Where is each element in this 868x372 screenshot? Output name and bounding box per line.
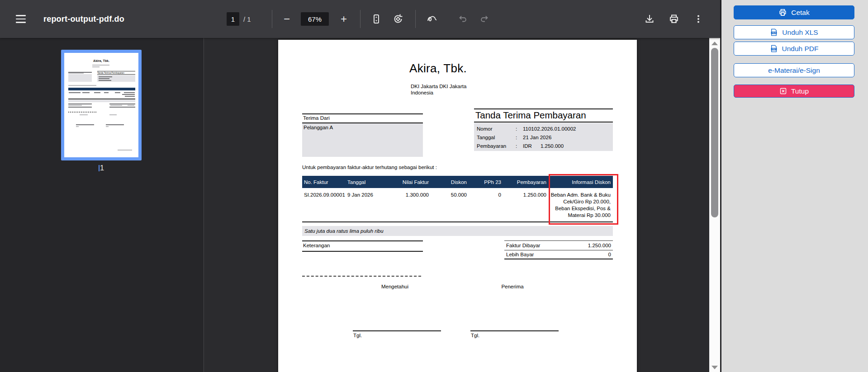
lebih-bayar-label: Lebih Bayar <box>506 252 534 257</box>
fit-to-page-icon[interactable] <box>366 0 386 38</box>
receipt-amount: IDR 1.250.000 <box>523 142 564 151</box>
close-box-icon <box>779 87 787 95</box>
zoom-level-value: 67% <box>308 15 322 23</box>
company-name: Akira, Tbk. <box>409 61 467 75</box>
scroll-down-arrow[interactable] <box>711 366 718 369</box>
e-materai-label: e-Materai/e-Sign <box>768 66 820 75</box>
toolbar-divider <box>415 10 416 28</box>
receipt-meta: Nomor:110102.2026.01.00002 Tanggal:21 Ja… <box>474 123 613 151</box>
intro-text: Untuk pembayaran faktur-aktur terhutang … <box>302 165 437 170</box>
printer-icon <box>778 8 787 17</box>
document-title: report-output-pdf.do <box>43 0 124 38</box>
page-number-input[interactable]: 1 <box>227 12 239 26</box>
receipt-title: Tanda Terima Pembayaran <box>475 110 586 121</box>
toolbar-divider <box>360 10 360 28</box>
thumbnail-panel: Akira, Tbk. Tanda Terima Pembayaran <box>0 38 204 372</box>
date-label-left: Tgl. <box>353 333 362 338</box>
menu-icon[interactable] <box>12 0 30 38</box>
faktur-dibayar-value: 1.250.000 <box>588 243 611 248</box>
unduh-pdf-label: Unduh PDF <box>782 45 819 53</box>
address-line-1: DKI Jakarta DKI Jakarta <box>411 83 466 89</box>
cetak-label: Cetak <box>791 9 810 17</box>
tutup-button[interactable]: Tutup <box>734 85 854 98</box>
pph23-value: 0 <box>467 192 501 219</box>
e-materai-e-sign-button[interactable]: e-Materai/e-Sign <box>734 63 854 77</box>
faktur-dibayar-label: Faktur Dibayar <box>506 243 540 248</box>
tutup-label: Tutup <box>791 87 809 95</box>
redo-icon <box>474 0 494 38</box>
page-total-label: / 1 <box>243 0 251 38</box>
discount-info: Beban Adm. Bank & Buku Cek/Giro Rp 20.00… <box>546 192 613 219</box>
pdf-toolbar: report-output-pdf.do 1 / 1 − 67% + <box>0 0 720 38</box>
invoice-date: 9 Jan 2026 <box>347 192 392 219</box>
file-pdf-icon: PDF <box>770 44 778 53</box>
pdf-page: Akira, Tbk. DKI Jakarta DKI Jakarta Indo… <box>278 40 637 372</box>
thumbnail-page-number-text: 1 <box>100 164 104 172</box>
action-panel: Cetak XLS Unduh XLS PDF Unduh PDF e-Mate… <box>721 0 868 372</box>
toolbar-divider <box>272 10 272 28</box>
page-number-value: 1 <box>231 15 235 23</box>
lebih-bayar-value: 0 <box>608 252 611 257</box>
zoom-level-display[interactable]: 67% <box>301 12 329 26</box>
unduh-pdf-button[interactable]: PDF Unduh PDF <box>734 42 854 56</box>
file-xls-icon: XLS <box>770 28 778 37</box>
company-address: DKI Jakarta DKI Jakarta Indonesia <box>411 83 466 96</box>
sign-right-label: Penerima <box>481 284 544 289</box>
address-line-2: Indonesia <box>411 89 466 96</box>
annotate-icon[interactable] <box>422 0 442 38</box>
rotate-icon[interactable] <box>388 0 408 38</box>
svg-text:PDF: PDF <box>772 48 776 50</box>
undo-icon <box>453 0 473 38</box>
thumbnail-page-number[interactable]: 1 <box>61 164 142 173</box>
keterangan-label: Keterangan <box>303 243 330 248</box>
unduh-xls-button[interactable]: XLS Unduh XLS <box>734 25 854 39</box>
sign-left-label: Mengetahui <box>363 284 427 289</box>
scroll-up-arrow[interactable] <box>711 42 718 45</box>
pdf-viewer-area[interactable]: Akira, Tbk. DKI Jakarta DKI Jakarta Indo… <box>204 38 709 372</box>
date-label-right: Tgl. <box>471 333 479 338</box>
more-options-icon[interactable] <box>688 0 708 38</box>
cetak-button[interactable]: Cetak <box>734 5 854 19</box>
thumbnail-receipt-title: Tanda Terima Pembayaran <box>97 71 135 75</box>
amount-in-words: Satu juta dua ratus lima puluh ribu <box>302 226 613 236</box>
dashed-separator <box>302 276 421 277</box>
invoice-table-header: No. Faktur Tanggal Nilai Faktur Diskon P… <box>302 176 613 188</box>
thumbnail-caret <box>99 165 100 171</box>
print-icon[interactable] <box>664 0 684 38</box>
invoice-table-row: SI.2026.09.00001 9 Jan 2026 1.300.000 50… <box>302 192 613 219</box>
zoom-out-button[interactable]: − <box>277 0 297 38</box>
page-thumbnail-preview: Akira, Tbk. Tanda Terima Pembayaran <box>64 53 138 157</box>
invoice-value: 1.300.000 <box>392 192 429 219</box>
payment-summary: Faktur Dibayar 1.250.000 Lebih Bayar 0 <box>504 240 613 259</box>
thumbnail-company-title: Akira, Tbk. <box>64 59 138 62</box>
download-icon[interactable] <box>640 0 659 38</box>
page-thumbnail[interactable]: Akira, Tbk. Tanda Terima Pembayaran <box>61 50 142 160</box>
unduh-xls-label: Unduh XLS <box>782 28 818 37</box>
discount-value: 50.000 <box>429 192 467 219</box>
vertical-scrollbar[interactable] <box>709 38 720 372</box>
terima-dari-label: Terima Dari <box>303 115 330 121</box>
receipt-number: 110102.2026.01.00002 <box>523 125 576 133</box>
payment-value: 1.250.000 <box>501 192 546 219</box>
svg-text:XLS: XLS <box>772 32 776 34</box>
terima-dari-value: Pelanggan A <box>302 123 423 130</box>
zoom-in-button[interactable]: + <box>334 0 354 38</box>
scrollbar-thumb[interactable] <box>711 48 718 217</box>
invoice-number: SI.2026.09.00001 <box>302 192 347 219</box>
receipt-date: 21 Jan 2026 <box>523 133 551 142</box>
